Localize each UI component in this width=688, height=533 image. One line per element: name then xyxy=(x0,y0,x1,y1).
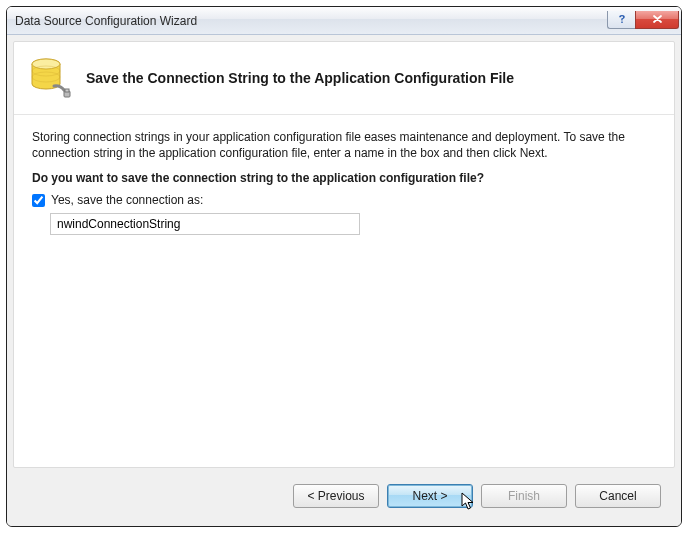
content-panel: Save the Connection String to the Applic… xyxy=(13,41,675,468)
cancel-button[interactable]: Cancel xyxy=(575,484,661,508)
question-text: Do you want to save the connection strin… xyxy=(32,171,656,185)
page-title: Save the Connection String to the Applic… xyxy=(86,70,514,86)
svg-rect-5 xyxy=(65,89,69,92)
save-checkbox-label: Yes, save the connection as: xyxy=(51,193,203,207)
help-icon xyxy=(617,14,627,24)
next-button[interactable]: Next > xyxy=(387,484,473,508)
window-title: Data Source Configuration Wizard xyxy=(15,14,607,28)
connection-name-input[interactable] xyxy=(50,213,360,235)
outer-frame: Data Source Configuration Wizard xyxy=(6,6,682,527)
help-button[interactable] xyxy=(607,11,635,29)
finish-button[interactable]: Finish xyxy=(481,484,567,508)
titlebar: Data Source Configuration Wizard xyxy=(7,7,681,35)
close-button[interactable] xyxy=(635,11,679,29)
database-icon xyxy=(28,56,72,100)
close-icon xyxy=(652,14,663,24)
button-footer: < Previous Next > Finish Cancel xyxy=(13,474,675,520)
page-header: Save the Connection String to the Applic… xyxy=(14,42,674,115)
titlebar-buttons xyxy=(607,11,679,31)
page-body: Storing connection strings in your appli… xyxy=(14,115,674,467)
dialog-window: Data Source Configuration Wizard xyxy=(7,7,681,526)
save-checkbox[interactable] xyxy=(32,194,45,207)
intro-text: Storing connection strings in your appli… xyxy=(32,129,656,161)
save-checkbox-row[interactable]: Yes, save the connection as: xyxy=(32,193,656,207)
previous-button[interactable]: < Previous xyxy=(293,484,379,508)
